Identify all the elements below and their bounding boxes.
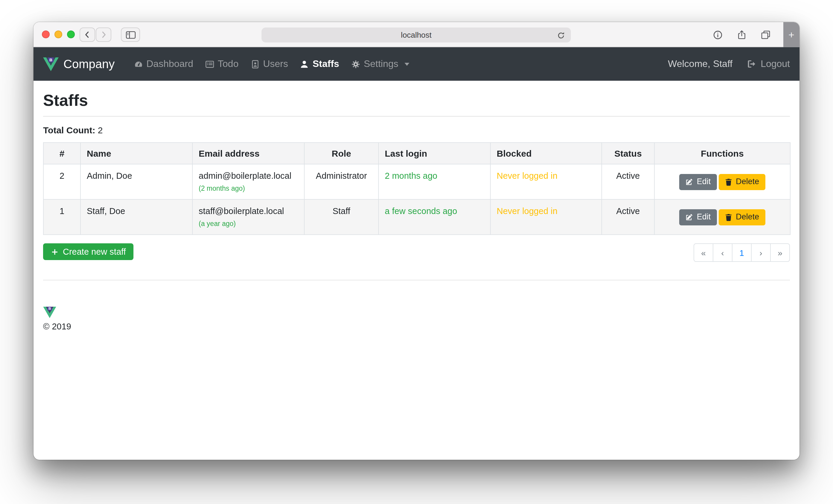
page-title: Staffs (43, 92, 790, 110)
table-header-row: # Name Email address Role Last login Blo… (43, 143, 790, 164)
cell-name: Admin, Doe (80, 164, 192, 199)
cell-last-login: 2 months ago (379, 164, 491, 199)
cell-id: 1 (43, 199, 80, 235)
window-controls (42, 30, 75, 38)
column-header-name: Name (80, 143, 192, 164)
close-button[interactable] (42, 30, 50, 38)
email-note: (a year ago) (199, 219, 298, 228)
create-new-staff-label: Create new staff (63, 247, 126, 256)
share-icon[interactable] (736, 29, 747, 40)
url-text: localhost (401, 30, 432, 40)
nav-item-todo[interactable]: Todo (199, 47, 244, 81)
address-bar[interactable]: localhost (262, 27, 571, 43)
column-header-id: # (43, 143, 80, 164)
logout-link[interactable]: Logout (747, 58, 790, 69)
cell-id: 2 (43, 164, 80, 199)
new-tab-button[interactable]: + (783, 22, 800, 47)
staff-table: # Name Email address Role Last login Blo… (43, 142, 790, 235)
email-text: staff@boilerplate.local (199, 206, 284, 216)
gear-icon (351, 59, 360, 69)
column-header-blocked: Blocked (491, 143, 602, 164)
pagination-prev-link[interactable]: ‹ (713, 243, 733, 262)
nav-item-settings[interactable]: Settings (345, 47, 415, 81)
user-icon (300, 59, 309, 69)
email-note: (2 months ago) (199, 184, 298, 193)
edit-label: Edit (697, 212, 711, 222)
cell-functions: Edit Delete (654, 164, 790, 199)
sidebar-toggle-button[interactable] (121, 27, 140, 42)
actions-row: Create new staff « ‹ 1 › » (43, 243, 790, 262)
forward-button[interactable] (96, 27, 111, 42)
pencil-square-icon (686, 213, 693, 221)
email-text: admin@boilerplate.local (199, 171, 291, 181)
plus-icon: + (788, 30, 794, 40)
nav-items: Dashboard Todo Users (128, 47, 415, 81)
page-footer: B © 2019 (43, 280, 790, 331)
cell-name: Staff, Doe (80, 199, 192, 235)
pagination-first: « (694, 243, 713, 262)
cell-role: Staff (304, 199, 379, 235)
delete-button[interactable]: Delete (718, 174, 765, 190)
cell-blocked: Never logged in (491, 164, 602, 199)
footer-logo-icon: B (43, 307, 790, 318)
pagination-page-1: 1 (733, 243, 752, 262)
browser-window: localhost + (33, 22, 800, 460)
tabs-icon[interactable] (760, 29, 771, 40)
brand-link[interactable]: B Company (43, 57, 115, 71)
pagination-first-link[interactable]: « (694, 243, 713, 262)
welcome-text: Welcome, Staff (668, 58, 733, 69)
pagination: « ‹ 1 › » (694, 243, 790, 262)
nav-item-label: Settings (364, 58, 399, 69)
minimize-button[interactable] (54, 30, 62, 38)
column-header-role: Role (304, 143, 379, 164)
info-circle-icon[interactable] (712, 29, 723, 40)
nav-item-users[interactable]: Users (244, 47, 294, 81)
svg-text:B: B (48, 307, 51, 310)
nav-item-label: Users (263, 58, 288, 69)
pagination-next-link[interactable]: › (751, 243, 771, 262)
main-content: Staffs Total Count: 2 # Name Email addre… (33, 81, 800, 331)
total-count-value: 2 (98, 125, 103, 135)
cell-last-login: a few seconds ago (379, 199, 491, 235)
edit-label: Edit (697, 177, 711, 187)
pencil-square-icon (686, 178, 693, 186)
cell-status: Active (602, 164, 654, 199)
chevron-right-icon (99, 30, 108, 39)
id-badge-icon (251, 59, 259, 69)
navbar-right: Welcome, Staff Logout (668, 58, 790, 69)
nav-item-dashboard[interactable]: Dashboard (128, 47, 199, 81)
toolbar-icons (712, 22, 771, 47)
column-header-functions: Functions (654, 143, 790, 164)
cell-blocked: Never logged in (491, 199, 602, 235)
zoom-button[interactable] (67, 30, 75, 38)
nav-item-staffs[interactable]: Staffs (294, 47, 345, 81)
pagination-last-link[interactable]: » (770, 243, 790, 262)
vue-boilerplate-logo-icon: B (43, 57, 58, 71)
chevron-left-icon (83, 30, 92, 39)
nav-item-label: Todo (218, 58, 238, 69)
pagination-page-1-link[interactable]: 1 (732, 243, 752, 262)
total-count-label: Total Count: (43, 125, 95, 135)
edit-button[interactable]: Edit (680, 174, 717, 190)
back-button[interactable] (79, 27, 95, 42)
copyright-text: © 2019 (43, 322, 790, 331)
delete-button[interactable]: Delete (718, 209, 765, 225)
cell-email: admin@boilerplate.local (2 months ago) (192, 164, 304, 199)
svg-text:B: B (49, 57, 52, 62)
cell-status: Active (602, 199, 654, 235)
total-count: Total Count: 2 (43, 125, 790, 135)
pagination-next: › (752, 243, 771, 262)
sidebar-icon (125, 31, 136, 39)
reload-icon (556, 31, 567, 40)
column-header-status: Status (602, 143, 654, 164)
logout-label: Logout (761, 58, 790, 69)
create-new-staff-button[interactable]: Create new staff (43, 243, 134, 260)
pagination-prev: ‹ (713, 243, 733, 262)
reload-button[interactable] (556, 30, 567, 41)
list-icon (205, 59, 214, 69)
edit-button[interactable]: Edit (680, 209, 717, 225)
pagination-last: » (771, 243, 790, 262)
plus-icon (51, 248, 58, 256)
nav-item-label: Staffs (313, 58, 339, 69)
title-divider (43, 116, 790, 117)
